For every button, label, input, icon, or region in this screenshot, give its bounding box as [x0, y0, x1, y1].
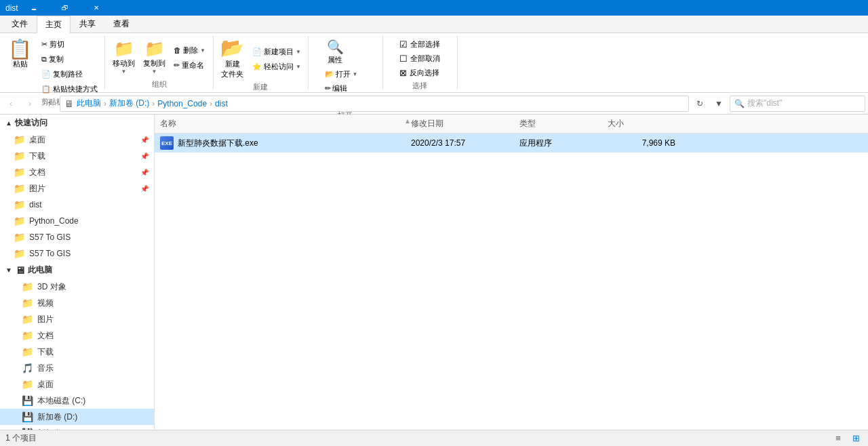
cut-button[interactable]: ✂ 剪切 [39, 37, 100, 51]
this-pc-collapse-icon: ▼ [5, 266, 12, 274]
pictures-icon: 📁 [22, 314, 33, 325]
copy-path-button[interactable]: 📄 复制路径 [39, 67, 100, 81]
folder-icon: 📁 [14, 167, 25, 178]
tab-share[interactable]: 共享 [71, 15, 104, 33]
crumb-dist[interactable]: dist [215, 99, 228, 108]
folder-icon: 🖥 [64, 98, 74, 109]
col-header-name[interactable]: 名称 [155, 116, 406, 131]
select-none-button[interactable]: ☐ 全部取消 [397, 52, 442, 65]
refresh-button[interactable]: ↻ [692, 96, 708, 112]
maximize-button[interactable]: 🗗 [50, 0, 81, 16]
col-header-date[interactable]: 修改日期 [406, 116, 514, 131]
copy-button[interactable]: ⧉ 复制 [39, 52, 100, 66]
sidebar-item-drive-e[interactable]: 💾 新加卷 (E:) [0, 425, 154, 430]
close-button[interactable]: ✕ [81, 0, 112, 16]
sidebar-item-python-code[interactable]: 📁 Python_Code [0, 213, 154, 229]
ribbon: 📋 粘贴 ✂ 剪切 ⧉ 复制 📄 复制路径 📋 粘贴快捷方式 [0, 33, 868, 93]
new-item-icon: 📄 [252, 47, 262, 56]
edit-button[interactable]: ✏ 编辑 [323, 81, 349, 95]
sidebar-item-drive-d[interactable]: 💾 新加卷 (D:) [0, 409, 154, 425]
view-detail-button[interactable]: ≡ [831, 432, 845, 445]
ribbon-group-clipboard: 📋 粘贴 ✂ 剪切 ⧉ 复制 📄 复制路径 📋 粘贴快捷方式 [0, 36, 105, 89]
sort-arrow: ▲ [404, 117, 411, 125]
pin-icon: 📌 [140, 185, 149, 192]
sidebar-item-s57-1[interactable]: 📁 S57 To GIS [0, 229, 154, 245]
select-all-button[interactable]: ☑ 全部选择 [397, 37, 442, 51]
delete-button[interactable]: 🗑 删除 ▼ [171, 43, 208, 57]
sidebar-item-pictures[interactable]: 📁 图片 📌 [0, 180, 154, 197]
folder-icon: 📁 [14, 248, 25, 259]
sidebar-item-downloads[interactable]: 📁 下载 📌 [0, 148, 154, 164]
new-folder-button[interactable]: 📂 新建 文件夹 [218, 37, 247, 81]
table-row[interactable]: EXE 新型肺炎数据下载.exe 2020/2/3 17:57 应用程序 7,9… [155, 134, 868, 153]
folder-icon: 📁 [14, 134, 25, 145]
drive-e-icon: 💾 [22, 428, 33, 430]
col-header-size[interactable]: 大小 [602, 116, 684, 131]
sidebar-item-documents2[interactable]: 📁 文档 [0, 327, 154, 344]
forward-button[interactable]: › [22, 96, 38, 112]
ribbon-group-open: 🔍 属性 📂 打开 ▼ ✏ 编辑 🕐 历史记录 打开 [309, 36, 383, 89]
crumb-drive[interactable]: 新加卷 (D:) [109, 98, 149, 109]
copy-to-button[interactable]: 📁 复制到 ▼ [140, 39, 168, 76]
paste-shortcut-icon: 📋 [41, 85, 51, 94]
tab-file[interactable]: 文件 [3, 15, 37, 33]
folder-icon: 📁 [14, 150, 25, 161]
sidebar-item-pictures2[interactable]: 📁 图片 [0, 311, 154, 327]
easy-access-button[interactable]: ⭐ 轻松访问 ▼ [250, 60, 304, 73]
sidebar-item-s57-2[interactable]: 📁 S57 To GIS [0, 245, 154, 262]
view-tile-button[interactable]: ⊞ [849, 432, 863, 445]
easy-access-icon: ⭐ [252, 62, 262, 71]
sidebar-item-downloads2[interactable]: 📁 下载 [0, 344, 154, 360]
quick-access-label: 快速访问 [15, 117, 47, 129]
minimize-button[interactable]: 🗕 [18, 0, 50, 16]
drive-d-icon: 💾 [22, 411, 33, 422]
sidebar-item-desktop2[interactable]: 📁 桌面 [0, 376, 154, 392]
sidebar-item-dist[interactable]: 📁 dist [0, 197, 154, 213]
status-count: 1 个项目 [5, 432, 37, 444]
paste-shortcut-button[interactable]: 📋 粘贴快捷方式 [39, 82, 100, 96]
status-bar: 1 个项目 ≡ ⊞ [0, 430, 868, 446]
invert-select-button[interactable]: ⊠ 反向选择 [397, 66, 441, 79]
up-button[interactable]: ↑ [41, 96, 57, 112]
sidebar-item-music[interactable]: 🎵 音乐 [0, 360, 154, 376]
folder-icon: 📁 [14, 199, 25, 210]
folder-icon: 📁 [22, 281, 33, 292]
pin-icon: 📌 [140, 169, 149, 176]
sidebar-item-3d-objects[interactable]: 📁 3D 对象 [0, 279, 154, 295]
pin-icon: 📌 [140, 136, 149, 144]
quick-access-header[interactable]: ▲ 快速访问 [0, 115, 154, 131]
folder-icon: 📁 [14, 216, 25, 226]
sidebar: ▲ 快速访问 📁 桌面 📌 📁 下载 📌 📁 文档 📌 📁 图片 [0, 115, 155, 430]
sidebar-item-video[interactable]: 📁 视频 [0, 295, 154, 311]
col-header-type[interactable]: 类型 [514, 116, 602, 131]
ribbon-group-select: ☑ 全部选择 ☐ 全部取消 ⊠ 反向选择 选择 [383, 36, 458, 89]
back-button[interactable]: ‹ [3, 96, 19, 112]
ribbon-group-organize: 📁 移动到 ▼ 📁 复制到 ▼ 🗑 删除 ▼ ✏ 重命名 [105, 36, 214, 89]
copy-to-icon: 📁 [144, 41, 165, 57]
pin-icon: 📌 [140, 153, 149, 160]
copy-icon: ⧉ [41, 55, 47, 64]
new-item-button[interactable]: 📄 新建项目 ▼ [250, 45, 304, 58]
desktop-icon: 📁 [22, 379, 33, 390]
sidebar-item-documents[interactable]: 📁 文档 📌 [0, 164, 154, 180]
expand-address-button[interactable]: ▼ [711, 96, 727, 112]
file-list-header: 名称 ▲ 修改日期 类型 大小 [155, 115, 868, 134]
ribbon-group-new: 📂 新建 文件夹 📄 新建项目 ▼ ⭐ 轻松访问 ▼ 新建 [214, 36, 309, 89]
tab-home[interactable]: 主页 [37, 16, 71, 33]
crumb-computer[interactable]: 此电脑 [77, 98, 101, 109]
select-none-icon: ☐ [399, 54, 408, 64]
crumb-python-code[interactable]: Python_Code [157, 99, 207, 108]
properties-icon: 🔍 [327, 39, 344, 55]
address-bar[interactable]: 🖥 此电脑 › 新加卷 (D:) › Python_Code › dist [60, 96, 689, 112]
this-pc-header[interactable]: ▼ 🖥 此电脑 [0, 262, 154, 279]
paste-button[interactable]: 📋 粘贴 [4, 37, 36, 96]
open-button[interactable]: 📂 打开 ▼ [323, 67, 359, 81]
tab-view[interactable]: 查看 [104, 15, 138, 33]
move-to-button[interactable]: 📁 移动到 ▼ [110, 39, 138, 76]
sidebar-item-desktop[interactable]: 📁 桌面 📌 [0, 131, 154, 148]
properties-button[interactable]: 🔍 属性 [323, 37, 347, 66]
rename-button[interactable]: ✏ 重命名 [171, 58, 208, 72]
sidebar-item-drive-c[interactable]: 💾 本地磁盘 (C:) [0, 392, 154, 409]
downloads-icon: 📁 [22, 346, 33, 357]
search-box[interactable]: 🔍 搜索"dist" [730, 96, 865, 112]
